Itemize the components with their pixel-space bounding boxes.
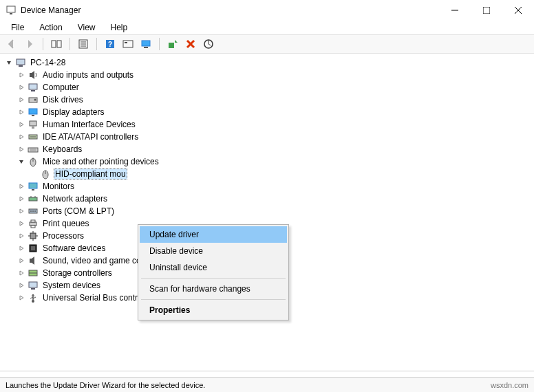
forward-button[interactable]	[22, 36, 37, 52]
svg-rect-35	[28, 148, 38, 152]
menu-file[interactable]: File	[4, 21, 31, 34]
tree-category[interactable]: Mice and other pointing devices	[17, 155, 534, 168]
context-menu-scan-hardware[interactable]: Scan for hardware changes	[140, 281, 287, 297]
tree-category[interactable]: Human Interface Devices	[17, 118, 534, 131]
chevron-right-icon[interactable]	[17, 268, 26, 278]
chevron-right-icon[interactable]	[17, 293, 26, 303]
tree-category[interactable]: IDE ATA/ATAPI controllers	[17, 131, 534, 143]
svg-rect-26	[31, 90, 35, 91]
svg-rect-24	[30, 73, 32, 77]
toolbar-separator	[70, 38, 70, 50]
storage-icon	[28, 268, 39, 279]
device-tree[interactable]: PC-14-28 Audio inputs and outputsCompute…	[0, 54, 534, 371]
svg-rect-65	[31, 288, 35, 290]
tree-category[interactable]: Computer	[17, 81, 534, 94]
tree-category[interactable]: Ports (COM & LPT)	[17, 205, 534, 217]
svg-point-28	[34, 99, 36, 101]
chevron-right-icon[interactable]	[17, 182, 26, 191]
devices-button[interactable]	[138, 36, 153, 52]
soft-icon	[28, 243, 39, 254]
context-menu-disable-device[interactable]: Disable device	[140, 243, 287, 259]
tree-category[interactable]: Network adapters	[17, 193, 534, 205]
tree-category[interactable]: Audio inputs and outputs	[17, 69, 534, 81]
tree-category-label: Mice and other pointing devices	[41, 156, 160, 167]
chevron-right-icon[interactable]	[17, 144, 26, 154]
svg-rect-32	[32, 127, 34, 129]
status-bar: Launches the Update Driver Wizard for th…	[0, 377, 534, 392]
chevron-right-icon[interactable]	[17, 107, 26, 117]
properties-button[interactable]	[76, 36, 91, 52]
chevron-right-icon[interactable]	[17, 95, 26, 105]
keyboard-icon	[28, 144, 39, 155]
svg-rect-14	[123, 41, 133, 47]
ide-icon	[28, 131, 39, 142]
svg-rect-22	[17, 59, 25, 65]
back-button[interactable]	[4, 36, 19, 52]
svg-point-50	[34, 210, 36, 212]
svg-rect-3	[483, 7, 490, 14]
usb-icon	[28, 292, 39, 303]
menu-help[interactable]: Help	[104, 21, 135, 34]
port-icon	[28, 206, 39, 217]
chevron-right-icon[interactable]	[17, 194, 26, 204]
menu-action[interactable]: Action	[32, 21, 69, 34]
mouse-icon	[28, 156, 39, 167]
chevron-right-icon[interactable]	[17, 120, 26, 129]
tree-category-label: Print queues	[41, 218, 90, 229]
tree-root-label: PC-14-28	[29, 57, 67, 68]
scan-hardware-button[interactable]	[201, 36, 216, 52]
svg-rect-18	[169, 43, 174, 48]
show-hide-console-button[interactable]	[49, 36, 64, 52]
svg-rect-17	[144, 47, 148, 48]
chevron-right-icon[interactable]	[17, 281, 26, 290]
svg-rect-31	[30, 121, 36, 126]
minimize-button[interactable]	[439, 0, 471, 21]
tree-category[interactable]: Keyboards	[17, 143, 534, 155]
monitor-icon	[28, 181, 39, 192]
tree-category[interactable]: Display adapters	[17, 106, 534, 118]
svg-rect-61	[30, 259, 32, 263]
help-button[interactable]: ?	[103, 36, 118, 52]
chevron-down-icon[interactable]	[4, 58, 14, 67]
maximize-button[interactable]	[471, 0, 502, 21]
svg-rect-15	[125, 42, 127, 43]
chevron-right-icon[interactable]	[17, 256, 26, 265]
tree-category[interactable]: Monitors	[17, 180, 534, 193]
context-menu-update-driver[interactable]: Update driver	[140, 226, 287, 243]
toolbar-separator	[159, 38, 160, 50]
display-icon	[28, 107, 39, 118]
update-driver-toolbar-button[interactable]	[165, 36, 180, 52]
context-menu-uninstall-device[interactable]: Uninstall device	[140, 259, 287, 276]
chevron-right-icon[interactable]	[17, 70, 26, 80]
toolbar: ?	[0, 34, 534, 54]
chevron-right-icon[interactable]	[17, 243, 26, 253]
show-hidden-button[interactable]	[120, 36, 136, 52]
chevron-right-icon[interactable]	[17, 83, 26, 92]
chevron-right-icon[interactable]	[17, 206, 26, 216]
svg-text:?: ?	[108, 41, 112, 48]
tree-category[interactable]: Disk drives	[17, 94, 534, 106]
tree-category-label: Human Interface Devices	[41, 119, 137, 130]
printq-icon	[28, 218, 39, 229]
tree-category-label: Storage controllers	[41, 268, 114, 279]
tree-root[interactable]: PC-14-28	[4, 56, 534, 69]
hid-icon	[28, 119, 39, 130]
network-icon	[28, 193, 39, 204]
uninstall-toolbar-button[interactable]	[183, 36, 198, 52]
menu-view[interactable]: View	[71, 21, 103, 34]
window-title: Device Manager	[21, 6, 439, 15]
system-icon	[28, 280, 39, 291]
chevron-right-icon[interactable]	[17, 219, 26, 228]
chevron-down-icon[interactable]	[17, 157, 26, 166]
close-button[interactable]	[502, 0, 534, 21]
toolbar-separator	[43, 38, 43, 50]
chevron-right-icon[interactable]	[17, 231, 26, 241]
svg-rect-42	[29, 183, 37, 188]
svg-rect-29	[29, 109, 37, 114]
chevron-right-icon[interactable]	[17, 132, 26, 142]
tree-device[interactable]: HID-compliant mou	[29, 168, 534, 180]
context-menu-properties[interactable]: Properties	[140, 302, 287, 318]
title-bar: Device Manager	[0, 0, 534, 21]
tree-category-label: Keyboards	[41, 144, 83, 155]
svg-point-48	[30, 210, 32, 212]
